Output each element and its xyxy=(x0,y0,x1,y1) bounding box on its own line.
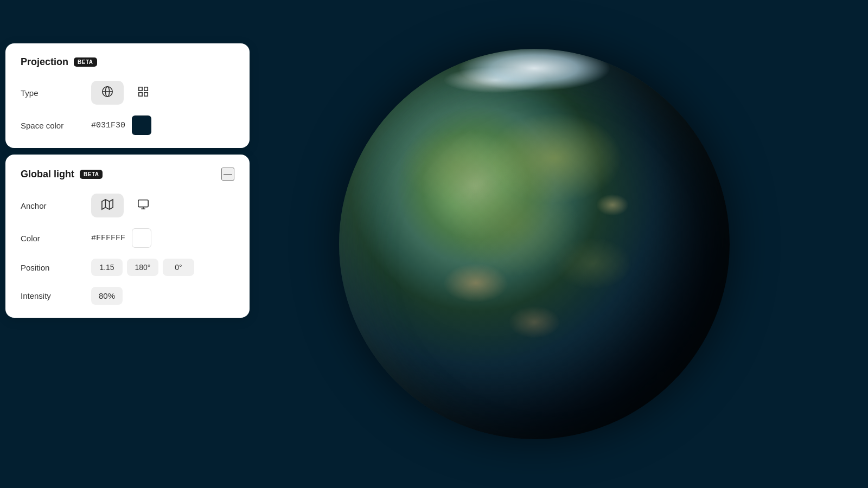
global-light-panel-header: Global light BETA — xyxy=(21,168,234,181)
anchor-row: Anchor xyxy=(21,194,234,217)
light-color-controls: #FFFFFF xyxy=(91,228,234,248)
svg-rect-3 xyxy=(139,87,142,90)
svg-rect-4 xyxy=(144,87,148,90)
intensity-controls: 80% xyxy=(91,287,234,305)
space-color-value: #031F30 xyxy=(91,121,125,130)
projection-beta-badge: BETA xyxy=(74,57,97,67)
projection-type-row: Type xyxy=(21,81,234,105)
intensity-row: Intensity 80% xyxy=(21,287,234,305)
svg-rect-5 xyxy=(139,92,142,95)
type-toggle-group xyxy=(91,81,159,105)
projection-title: Projection xyxy=(21,56,68,68)
anchor-toggle-group xyxy=(91,194,159,217)
position-y-input[interactable] xyxy=(127,259,158,276)
panels-container: Projection BETA Type xyxy=(0,0,255,488)
earth-globe xyxy=(339,49,730,439)
svg-marker-7 xyxy=(102,199,113,209)
svg-rect-6 xyxy=(144,92,148,95)
position-x-input[interactable] xyxy=(91,259,123,276)
projection-panel-header: Projection BETA xyxy=(21,56,234,68)
space-color-swatch[interactable] xyxy=(132,115,151,135)
global-light-beta-badge: BETA xyxy=(80,170,103,179)
position-row: Position xyxy=(21,259,234,276)
grid-icon xyxy=(137,86,149,100)
globe-viewport xyxy=(201,0,868,488)
light-color-label: Color xyxy=(21,234,91,243)
anchor-controls xyxy=(91,194,234,217)
global-light-title: Global light xyxy=(21,169,74,180)
position-controls xyxy=(91,259,234,276)
global-light-title-row: Global light BETA xyxy=(21,169,103,180)
position-z-input[interactable] xyxy=(163,259,194,276)
monitor-icon xyxy=(137,198,149,213)
anchor-label: Anchor xyxy=(21,201,91,210)
type-grid-button[interactable] xyxy=(127,81,159,105)
light-color-value: #FFFFFF xyxy=(91,234,125,243)
global-light-collapse-button[interactable]: — xyxy=(221,168,234,181)
global-light-panel: Global light BETA — Anchor xyxy=(5,155,250,318)
space-color-controls: #031F30 xyxy=(91,115,234,135)
globe-icon xyxy=(101,86,113,100)
anchor-monitor-button[interactable] xyxy=(127,194,159,217)
type-controls xyxy=(91,81,234,105)
projection-title-row: Projection BETA xyxy=(21,56,97,68)
map-icon xyxy=(101,198,113,213)
intensity-value: 80% xyxy=(91,287,123,305)
space-color-row: Space color #031F30 xyxy=(21,115,234,135)
light-color-swatch[interactable] xyxy=(132,228,151,248)
minus-icon: — xyxy=(224,169,232,179)
intensity-label: Intensity xyxy=(21,291,91,300)
type-label: Type xyxy=(21,88,91,98)
projection-panel: Projection BETA Type xyxy=(5,43,250,148)
position-label: Position xyxy=(21,263,91,272)
svg-rect-10 xyxy=(138,200,148,207)
light-color-row: Color #FFFFFF xyxy=(21,228,234,248)
type-globe-button[interactable] xyxy=(91,81,124,105)
anchor-map-button[interactable] xyxy=(91,194,124,217)
space-color-label: Space color xyxy=(21,121,91,130)
